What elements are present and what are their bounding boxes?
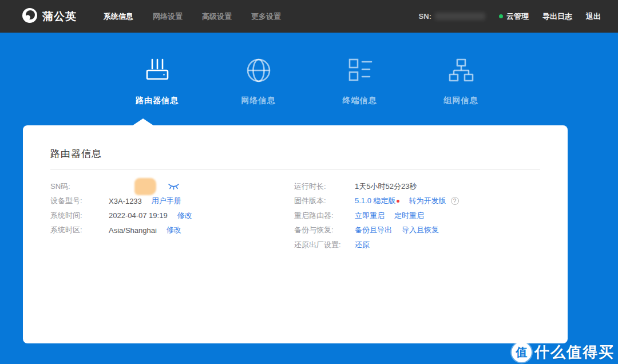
- reboot-label: 重启路由器:: [294, 211, 355, 221]
- navbar-right: SN: 云管理 导出日志 退出: [419, 11, 601, 22]
- row-factory-reset: 还原出厂设置: 还原: [294, 238, 540, 252]
- globe-icon: [244, 56, 274, 85]
- tab-network-info-label: 网络信息: [241, 96, 276, 106]
- import-restore-link[interactable]: 导入且恢复: [402, 225, 439, 235]
- menu-item-more-settings[interactable]: 更多设置: [246, 8, 286, 25]
- device-model-value: X3A-1233: [109, 197, 142, 205]
- row-reboot: 重启路由器: 立即重启 定时重启: [294, 208, 540, 223]
- brand-name: 蒲公英: [42, 9, 77, 24]
- info-column-left: SN码: 设备型号: X3A-12: [50, 179, 294, 252]
- row-timezone: 系统时区: Asia/Shanghai 修改: [50, 223, 294, 238]
- row-firmware: 固件版本: 5.1.0 稳定版 转为开发版 ?: [294, 194, 540, 209]
- tab-network-info[interactable]: 网络信息: [224, 56, 293, 106]
- backup-export-link[interactable]: 备份且导出: [355, 225, 392, 235]
- factory-reset-label: 还原出厂设置:: [294, 240, 355, 250]
- row-backup-restore: 备份与恢复: 备份且导出 导入且恢复: [294, 223, 540, 238]
- menu-item-advanced-settings[interactable]: 高级设置: [197, 8, 237, 25]
- hero-background: 路由器信息 网络信息 终端信: [0, 33, 618, 364]
- card-title: 路由器信息: [50, 147, 540, 160]
- cloud-management-link[interactable]: 云管理: [499, 11, 529, 22]
- backup-restore-label: 备份与恢复:: [294, 225, 355, 235]
- timezone-value: Asia/Shanghai: [109, 226, 157, 235]
- uptime-value: 1天5小时52分23秒: [355, 181, 417, 192]
- tab-networking-info[interactable]: 组网信息: [427, 56, 496, 106]
- modify-time-link[interactable]: 修改: [177, 211, 192, 221]
- dandelion-logo-icon: [22, 7, 38, 26]
- title-divider: [50, 169, 540, 170]
- info-column-right: 运行时长: 1天5小时52分23秒 固件版本: 5.1.0 稳定版 转为开发版 …: [294, 179, 540, 252]
- sn-row-label: SN码:: [50, 181, 109, 192]
- cloud-management-label: 云管理: [506, 11, 529, 22]
- smzdm-badge-icon: 值: [512, 342, 532, 362]
- tab-terminal-info[interactable]: 终端信息: [326, 56, 394, 106]
- smzdm-watermark-text: 什么值得买: [534, 342, 615, 362]
- router-info-card: 路由器信息 SN码:: [23, 125, 568, 343]
- topology-icon: [446, 56, 476, 85]
- system-time-label: 系统时间:: [50, 211, 109, 221]
- terminal-list-icon: [345, 56, 375, 85]
- main-menu: 系统信息 网络设置 高级设置 更多设置: [98, 8, 286, 25]
- brand-logo[interactable]: 蒲公英: [22, 7, 77, 26]
- row-sn: SN码:: [50, 179, 294, 194]
- menu-item-network-settings[interactable]: 网络设置: [148, 8, 188, 25]
- row-uptime: 运行时长: 1天5小时52分23秒: [294, 179, 540, 194]
- row-device-model: 设备型号: X3A-1233 用户手册: [50, 194, 294, 209]
- update-notification-dot: [397, 200, 399, 203]
- logout-link[interactable]: 退出: [586, 11, 601, 22]
- uptime-label: 运行时长:: [294, 181, 355, 192]
- tab-networking-info-label: 组网信息: [444, 96, 478, 106]
- firmware-label: 固件版本:: [294, 196, 355, 206]
- reboot-now-link[interactable]: 立即重启: [355, 211, 385, 221]
- eye-closed-icon[interactable]: [168, 183, 180, 190]
- export-log-link[interactable]: 导出日志: [542, 11, 572, 22]
- help-icon[interactable]: ?: [451, 197, 459, 205]
- info-grid: SN码: 设备型号: X3A-12: [50, 179, 540, 252]
- restore-link[interactable]: 还原: [355, 240, 370, 250]
- top-navbar: 蒲公英 系统信息 网络设置 高级设置 更多设置 SN: 云管理 导出日志 退出: [0, 0, 618, 33]
- tab-router-info-label: 路由器信息: [136, 96, 179, 106]
- smzdm-watermark: 值 什么值得买: [512, 342, 615, 362]
- section-tabs: 路由器信息 网络信息 终端信: [0, 33, 618, 106]
- device-sn: SN:: [419, 12, 485, 21]
- firmware-version-link[interactable]: 5.1.0 稳定版: [355, 196, 396, 206]
- sn-value-redacted: [435, 13, 485, 20]
- online-status-dot: [499, 14, 503, 18]
- row-system-time: 系统时间: 2022-04-07 19:19 修改: [50, 208, 294, 223]
- modify-timezone-link[interactable]: 修改: [167, 225, 181, 235]
- sn-value-redacted-blob: [134, 178, 156, 195]
- timezone-label: 系统时区:: [50, 225, 109, 235]
- device-model-label: 设备型号:: [50, 196, 109, 206]
- router-icon: [142, 56, 172, 85]
- user-manual-link[interactable]: 用户手册: [152, 196, 181, 206]
- tab-terminal-info-label: 终端信息: [343, 96, 377, 106]
- system-time-value: 2022-04-07 19:19: [109, 211, 168, 220]
- menu-item-system-info[interactable]: 系统信息: [98, 8, 138, 25]
- scheduled-reboot-link[interactable]: 定时重启: [394, 211, 424, 221]
- switch-dev-version-link[interactable]: 转为开发版: [409, 196, 446, 206]
- sn-label: SN:: [419, 12, 431, 21]
- tab-router-info[interactable]: 路由器信息: [123, 56, 192, 106]
